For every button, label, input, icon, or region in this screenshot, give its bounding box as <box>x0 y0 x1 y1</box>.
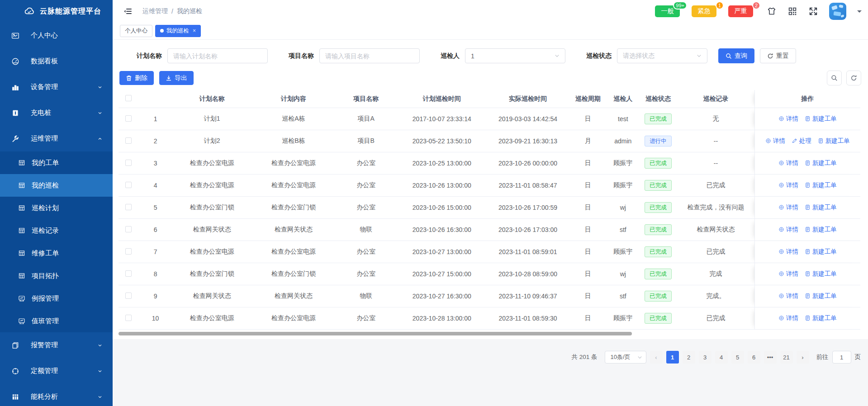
delete-button[interactable]: 删除 <box>119 71 154 85</box>
action-详情[interactable]: 详情 <box>778 292 798 300</box>
page-button-1[interactable]: 1 <box>666 351 679 364</box>
select-all-checkbox[interactable] <box>125 95 132 101</box>
page-size-select[interactable]: 10条/页 <box>605 351 646 364</box>
row-checkbox[interactable] <box>125 137 132 144</box>
fullscreen-icon[interactable] <box>808 6 818 16</box>
action-新建工单[interactable]: 新建工单 <box>805 159 837 167</box>
column-header-计划巡检时间: 计划巡检时间 <box>397 90 487 108</box>
page-button-4[interactable]: 4 <box>715 351 728 364</box>
row-checkbox[interactable] <box>125 293 132 299</box>
user-menu-caret-icon[interactable] <box>857 10 862 15</box>
header-select-all[interactable] <box>119 90 138 108</box>
tab-个人中心[interactable]: 个人中心 <box>120 25 152 37</box>
action-详情[interactable]: 详情 <box>765 137 785 145</box>
goto-page-input[interactable] <box>832 351 851 364</box>
action-详情[interactable]: 详情 <box>778 115 798 123</box>
table-refresh-icon[interactable] <box>846 71 861 85</box>
tab-我的巡检[interactable]: 我的巡检× <box>155 25 201 37</box>
sidebar-item-14[interactable]: 报警管理 <box>0 332 113 358</box>
row-checkbox[interactable] <box>125 115 132 122</box>
row-checkbox[interactable] <box>125 315 132 321</box>
alert-button-一般[interactable]: 一般99+ <box>655 5 680 17</box>
sidebar-item-16[interactable]: 能耗分析 <box>0 384 113 406</box>
row-checkbox[interactable] <box>125 160 132 166</box>
sidebar-item-10[interactable]: 维修工单 <box>0 242 113 264</box>
sidebar-item-2[interactable]: 数据看板 <box>0 48 113 74</box>
action-新建工单[interactable]: 新建工单 <box>805 226 837 234</box>
action-label: 新建工单 <box>812 115 837 123</box>
status-select[interactable]: 请选择状态 <box>617 48 707 63</box>
row-checkbox[interactable] <box>125 182 132 188</box>
sidebar-item-6[interactable]: 我的工单 <box>0 151 113 174</box>
action-详情[interactable]: 详情 <box>778 314 798 322</box>
user-avatar[interactable] <box>829 3 846 20</box>
table-search-icon[interactable] <box>827 71 842 85</box>
refresh-icon <box>767 53 773 59</box>
sidebar-item-7[interactable]: 我的巡检 <box>0 174 113 197</box>
action-新建工单[interactable]: 新建工单 <box>805 270 837 278</box>
action-详情[interactable]: 详情 <box>778 248 798 256</box>
project-name-input[interactable] <box>325 52 414 60</box>
sidebar-item-3[interactable]: 设备管理 <box>0 74 113 100</box>
action-新建工单[interactable]: 新建工单 <box>805 115 837 123</box>
inspector-select[interactable]: 1 <box>465 48 565 63</box>
sidebar-item-15[interactable]: 定额管理 <box>0 358 113 384</box>
sidebar-item-13[interactable]: 值班管理 <box>0 310 113 332</box>
action-详情[interactable]: 详情 <box>778 226 798 234</box>
sidebar-item-9[interactable]: 巡检记录 <box>0 219 113 242</box>
action-新建工单[interactable]: 新建工单 <box>805 203 837 212</box>
alert-button-紧急[interactable]: 紧急1 <box>692 5 716 17</box>
more-pages-button[interactable]: ••• <box>764 351 777 364</box>
page-button-2[interactable]: 2 <box>683 351 695 364</box>
action-详情[interactable]: 详情 <box>778 270 798 278</box>
sidebar-item-1[interactable]: 个人中心 <box>0 23 113 48</box>
plan-name-input[interactable] <box>173 52 262 60</box>
theme-shirt-icon[interactable] <box>767 6 777 16</box>
cell-plan-time: 2017-10-07 23:33:14 <box>397 108 487 130</box>
cell-plan-content: 检查网关状态 <box>251 285 335 307</box>
prev-page-button[interactable]: ‹ <box>650 351 663 364</box>
sidebar-item-5[interactable]: 运维管理 <box>0 126 113 151</box>
sidebar-item-4[interactable]: 充电桩 <box>0 100 113 126</box>
sidebar-item-11[interactable]: 项目拓扑 <box>0 264 113 287</box>
action-新建工单[interactable]: 新建工单 <box>818 137 850 145</box>
action-新建工单[interactable]: 新建工单 <box>805 248 837 256</box>
cell-actual-time: 2023-11-01 08:59:01 <box>487 241 569 263</box>
row-checkbox[interactable] <box>125 226 132 232</box>
page-button-21[interactable]: 21 <box>780 351 793 364</box>
breadcrumb-parent[interactable]: 运维管理 <box>142 7 168 15</box>
action-处理[interactable]: 处理 <box>792 137 811 145</box>
action-label: 详情 <box>786 292 798 300</box>
action-详情[interactable]: 详情 <box>778 203 798 212</box>
row-checkbox[interactable] <box>125 248 132 255</box>
next-page-button[interactable]: › <box>797 351 809 364</box>
export-button[interactable]: 导出 <box>159 71 194 85</box>
action-label: 新建工单 <box>825 137 850 145</box>
qr-code-icon[interactable] <box>787 6 797 16</box>
action-新建工单[interactable]: 新建工单 <box>805 292 837 300</box>
sidebar-item-label: 充电桩 <box>31 109 51 117</box>
sidebar-item-8[interactable]: 巡检计划 <box>0 197 113 219</box>
grid-icon <box>18 159 25 166</box>
action-新建工单[interactable]: 新建工单 <box>805 181 837 189</box>
action-详情[interactable]: 详情 <box>778 159 798 167</box>
collapse-menu-icon[interactable] <box>123 7 133 16</box>
action-新建工单[interactable]: 新建工单 <box>805 314 837 322</box>
action-详情[interactable]: 详情 <box>778 181 798 189</box>
horizontal-scrollbar-thumb[interactable] <box>119 332 632 335</box>
reset-button[interactable]: 重置 <box>760 48 796 63</box>
sidebar-item-12[interactable]: 例报管理 <box>0 287 113 310</box>
cell-actual-time: 2023-10-26 00:00:00 <box>487 152 569 175</box>
row-checkbox[interactable] <box>125 270 132 277</box>
search-button[interactable]: 查询 <box>718 48 754 63</box>
alert-button-label: 紧急 <box>698 7 711 14</box>
page-button-5[interactable]: 5 <box>731 351 744 364</box>
page-button-6[interactable]: 6 <box>748 351 760 364</box>
table-row: 7检查办公室电源检查办公室电源办公室2023-10-27 13:00:00202… <box>119 241 860 263</box>
page-button-3[interactable]: 3 <box>699 351 711 364</box>
row-checkbox[interactable] <box>125 204 132 210</box>
close-tab-icon[interactable]: × <box>193 28 196 34</box>
cell-plan-name: 检查办公室电源 <box>172 152 251 175</box>
alert-button-严重[interactable]: 严重2 <box>728 5 753 17</box>
eye-icon <box>778 249 784 255</box>
